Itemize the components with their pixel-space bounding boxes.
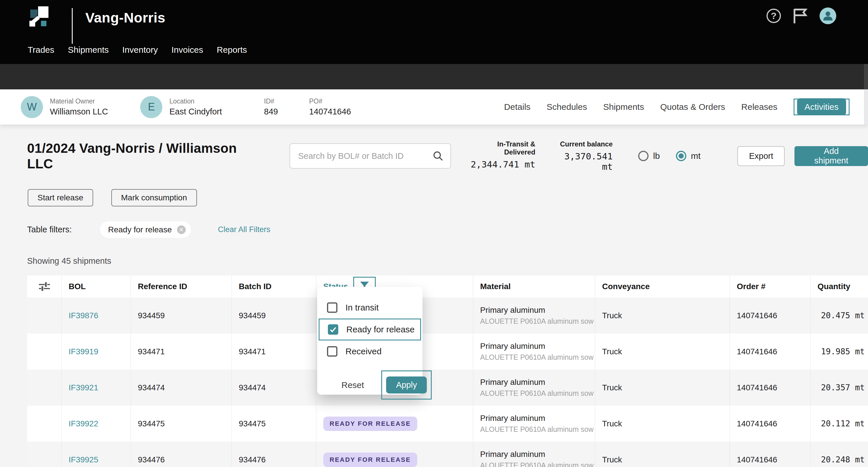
batch-id-cell: 934471 bbox=[231, 334, 316, 370]
menu-option-in-transit[interactable]: In transit bbox=[317, 297, 423, 318]
reset-button[interactable]: Reset bbox=[341, 380, 364, 390]
po-value: 140741646 bbox=[309, 107, 351, 117]
id-block: ID# 849 bbox=[264, 97, 278, 117]
brand-title: Vang-Norris bbox=[85, 10, 165, 26]
tab-quotas-orders[interactable]: Quotas & Orders bbox=[660, 102, 725, 112]
option-label: Received bbox=[345, 346, 381, 356]
nav-item-trades[interactable]: Trades bbox=[28, 45, 54, 55]
user-avatar[interactable] bbox=[819, 7, 836, 24]
conveyance-cell: Truck bbox=[595, 334, 730, 370]
option-label: In transit bbox=[345, 303, 379, 312]
material-detail: ALOUETTE P0610A aluminum sow bbox=[480, 317, 593, 325]
batch-id-cell: 934476 bbox=[231, 442, 316, 467]
quantity-cell: 20.357 mt bbox=[810, 370, 868, 406]
mark-consumption-button[interactable]: Mark consumption bbox=[111, 189, 197, 207]
nav-item-shipments[interactable]: Shipments bbox=[68, 45, 109, 55]
table-row[interactable]: IF39919 934471 934471 Primary aluminum A… bbox=[27, 334, 868, 370]
material-cell: Primary aluminum ALOUETTE P0610A aluminu… bbox=[473, 298, 595, 334]
help-icon[interactable]: ? bbox=[767, 9, 781, 23]
export-button[interactable]: Export bbox=[737, 146, 785, 166]
column-header-reference-id[interactable]: Reference ID bbox=[131, 276, 231, 298]
checkbox-ready-for-release[interactable] bbox=[328, 324, 338, 335]
filter-chip-ready-for-release[interactable]: Ready for release ✕ bbox=[100, 221, 191, 238]
menu-option-ready-for-release[interactable]: Ready for release bbox=[319, 318, 421, 340]
reference-id-cell: 934459 bbox=[131, 298, 231, 334]
scrollbar-track[interactable] bbox=[864, 89, 868, 125]
order-cell: 140741646 bbox=[730, 406, 810, 442]
menu-option-received[interactable]: Received bbox=[317, 340, 423, 362]
material-name: Primary aluminum bbox=[480, 378, 545, 387]
clear-all-filters-link[interactable]: Clear All Filters bbox=[218, 225, 271, 234]
batch-id-cell: 934475 bbox=[231, 406, 316, 442]
stat-value: 2,344.741 mt bbox=[465, 159, 535, 169]
tab-details[interactable]: Details bbox=[504, 102, 531, 112]
status-badge: Ready for release bbox=[323, 416, 417, 431]
bol-link[interactable]: IF39922 bbox=[69, 419, 98, 428]
status-cell: Ready for release bbox=[316, 442, 473, 467]
apply-button[interactable]: Apply bbox=[386, 376, 427, 394]
material-name: Primary aluminum bbox=[480, 306, 545, 315]
unit-option-mt[interactable]: mt bbox=[676, 151, 701, 161]
tab-activities[interactable]: Activities bbox=[797, 98, 846, 115]
bol-link[interactable]: IF39876 bbox=[69, 311, 98, 320]
table-row[interactable]: IF39925 934476 934476 Ready for release … bbox=[27, 442, 868, 467]
reference-id-cell: 934476 bbox=[131, 442, 231, 467]
column-header-material[interactable]: Material bbox=[473, 276, 595, 298]
stat-label: In-Transit & Delivered bbox=[465, 140, 535, 156]
stat-label: Current balance bbox=[549, 140, 613, 148]
bol-link[interactable]: IF39925 bbox=[69, 455, 98, 464]
option-label: Ready for release bbox=[346, 324, 415, 334]
tab-schedules[interactable]: Schedules bbox=[547, 102, 587, 112]
search-box[interactable] bbox=[289, 143, 451, 168]
tune-icon bbox=[38, 280, 51, 293]
quantity-cell: 20.248 mt bbox=[810, 442, 868, 467]
order-cell: 140741646 bbox=[730, 370, 810, 406]
table-row[interactable]: IF39921 934474 934474 Primary aluminum A… bbox=[27, 370, 868, 406]
stat-current-balance: Current balance 3,370.541 mt bbox=[549, 140, 613, 172]
shipments-table: BOL Reference ID Batch ID Status Materia… bbox=[27, 276, 868, 467]
radio-mt[interactable] bbox=[676, 151, 686, 161]
radio-lb[interactable] bbox=[638, 151, 649, 161]
material-cell: Primary aluminum ALOUETTE P0610A aluminu… bbox=[473, 334, 595, 370]
bol-link[interactable]: IF39921 bbox=[69, 383, 98, 392]
nav-item-reports[interactable]: Reports bbox=[217, 45, 247, 55]
radio-mt-label: mt bbox=[691, 151, 701, 161]
reference-id-cell: 934474 bbox=[131, 370, 231, 406]
reference-id-cell: 934471 bbox=[131, 334, 231, 370]
start-release-button[interactable]: Start release bbox=[28, 189, 93, 207]
column-header-order[interactable]: Order # bbox=[730, 276, 810, 298]
material-cell: Primary aluminum ALOUETTE P0610A aluminu… bbox=[473, 442, 595, 467]
radio-lb-label: lb bbox=[653, 151, 660, 161]
nav-item-inventory[interactable]: Inventory bbox=[122, 45, 158, 55]
page-title: 01/2024 Vang-Norris / Williamson LLC bbox=[27, 141, 263, 172]
order-cell: 140741646 bbox=[730, 442, 810, 467]
checkbox-in-transit[interactable] bbox=[327, 302, 337, 313]
tab-shipments[interactable]: Shipments bbox=[603, 102, 644, 112]
bol-link[interactable]: IF39919 bbox=[69, 347, 98, 356]
scrollbar-track[interactable] bbox=[864, 64, 868, 89]
location-block: E Location East Cindyfort bbox=[140, 96, 222, 118]
owner-label: Material Owner bbox=[50, 97, 108, 105]
status-filter-menu: In transit Ready for release Received Re… bbox=[317, 287, 423, 395]
table-row[interactable]: IF39922 934475 934475 Ready for release … bbox=[27, 406, 868, 442]
column-header-batch-id[interactable]: Batch ID bbox=[231, 276, 316, 298]
chip-remove-icon[interactable]: ✕ bbox=[177, 225, 186, 234]
add-shipment-button[interactable]: Add shipment bbox=[795, 146, 868, 166]
batch-id-cell: 934459 bbox=[231, 298, 316, 334]
column-settings-button[interactable] bbox=[27, 276, 61, 298]
nav-item-invoices[interactable]: Invoices bbox=[171, 45, 203, 55]
results-summary: Showing 45 shipments bbox=[27, 256, 868, 266]
flag-icon[interactable] bbox=[793, 8, 807, 24]
column-header-quantity[interactable]: Quantity bbox=[810, 276, 868, 298]
table-header-row: BOL Reference ID Batch ID Status Materia… bbox=[27, 276, 868, 298]
owner-avatar: W bbox=[21, 96, 43, 118]
tab-releases[interactable]: Releases bbox=[741, 102, 777, 112]
unit-option-lb[interactable]: lb bbox=[638, 151, 660, 161]
column-header-conveyance[interactable]: Conveyance bbox=[595, 276, 730, 298]
table-row[interactable]: IF39876 934459 934459 Primary aluminum A… bbox=[27, 298, 868, 334]
checkbox-received[interactable] bbox=[327, 346, 337, 356]
search-input[interactable] bbox=[298, 151, 433, 161]
material-detail: ALOUETTE P0610A aluminum sow bbox=[480, 425, 593, 434]
stat-in-transit: In-Transit & Delivered 2,344.741 mt bbox=[465, 140, 535, 172]
column-header-bol[interactable]: BOL bbox=[61, 276, 131, 298]
